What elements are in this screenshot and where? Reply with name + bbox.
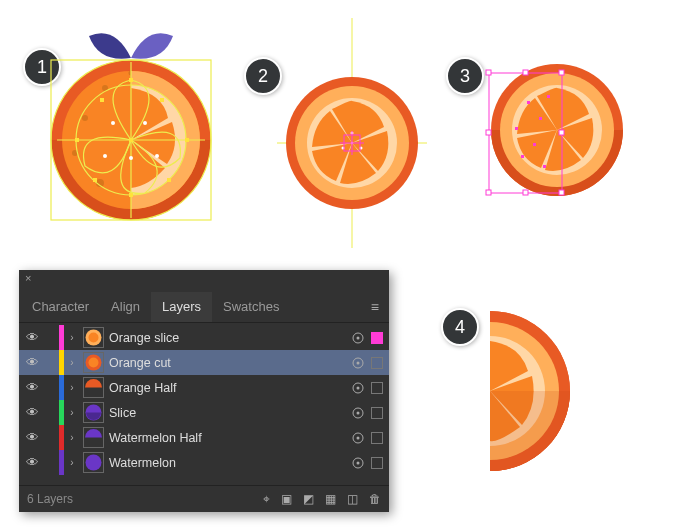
selection-indicator xyxy=(371,407,383,419)
layer-name[interactable]: Orange slice xyxy=(109,331,349,345)
svg-rect-48 xyxy=(515,127,518,130)
layer-row[interactable]: 👁›Watermelon Half xyxy=(19,425,389,450)
svg-point-78 xyxy=(86,455,102,471)
svg-rect-57 xyxy=(559,70,564,75)
expand-icon[interactable]: › xyxy=(66,457,78,468)
svg-rect-59 xyxy=(559,130,564,135)
svg-rect-26 xyxy=(129,193,133,197)
target-icon[interactable] xyxy=(351,431,365,445)
panel-menu-icon[interactable]: ≡ xyxy=(371,299,379,315)
expand-icon[interactable]: › xyxy=(66,332,78,343)
svg-point-80 xyxy=(357,461,360,464)
svg-rect-53 xyxy=(533,143,536,146)
layer-name[interactable]: Orange cut xyxy=(109,356,349,370)
new-layer-icon[interactable]: ◫ xyxy=(347,492,358,506)
sublayer-icon[interactable]: ▦ xyxy=(325,492,336,506)
target-icon[interactable] xyxy=(351,456,365,470)
target-icon[interactable] xyxy=(351,331,365,345)
visibility-icon[interactable]: 👁 xyxy=(23,455,41,470)
locate-icon[interactable]: ⌖ xyxy=(263,492,270,506)
layer-row[interactable]: 👁›Watermelon xyxy=(19,450,389,475)
svg-point-77 xyxy=(357,436,360,439)
target-icon[interactable] xyxy=(351,356,365,370)
layer-color-mark xyxy=(59,375,64,400)
layer-name[interactable]: Watermelon xyxy=(109,456,349,470)
svg-point-27 xyxy=(111,121,115,125)
layer-color-mark xyxy=(59,400,64,425)
target-icon[interactable] xyxy=(351,381,365,395)
layer-name[interactable]: Orange Half xyxy=(109,381,349,395)
layer-color-mark xyxy=(59,350,64,375)
layers-list: 👁›Orange slice👁›Orange cut👁›Orange Half👁… xyxy=(19,323,389,477)
visibility-icon[interactable]: 👁 xyxy=(23,430,41,445)
svg-rect-25 xyxy=(167,178,171,182)
svg-rect-62 xyxy=(559,190,564,195)
mask-icon[interactable]: ◩ xyxy=(303,492,314,506)
svg-point-28 xyxy=(143,121,147,125)
svg-rect-19 xyxy=(129,78,133,82)
layer-color-mark xyxy=(59,450,64,475)
layer-thumb xyxy=(83,452,104,473)
selection-indicator xyxy=(371,357,383,369)
svg-rect-21 xyxy=(185,138,189,142)
svg-rect-24 xyxy=(93,178,97,182)
half-slice-svg xyxy=(490,306,590,476)
layer-name[interactable]: Watermelon Half xyxy=(109,431,349,445)
layer-row[interactable]: 👁›Slice xyxy=(19,400,389,425)
figure-4-half-slice xyxy=(490,306,590,476)
visibility-icon[interactable]: 👁 xyxy=(23,380,41,395)
tab-swatches[interactable]: Swatches xyxy=(212,292,290,322)
collect-icon[interactable]: ▣ xyxy=(281,492,292,506)
svg-rect-60 xyxy=(486,190,491,195)
layer-name[interactable]: Slice xyxy=(109,406,349,420)
step-badge-4: 4 xyxy=(441,308,479,346)
svg-rect-49 xyxy=(521,155,524,158)
svg-point-72 xyxy=(357,386,360,389)
layer-row[interactable]: 👁›Orange Half xyxy=(19,375,389,400)
expand-icon[interactable]: › xyxy=(66,357,78,368)
orange-edit-svg xyxy=(45,28,218,223)
selection-indicator xyxy=(371,457,383,469)
svg-rect-18 xyxy=(129,138,133,142)
tab-align[interactable]: Align xyxy=(100,292,151,322)
layer-thumb xyxy=(83,377,104,398)
slice-guide-svg xyxy=(277,18,427,248)
svg-rect-55 xyxy=(486,70,491,75)
svg-point-29 xyxy=(129,156,133,160)
expand-icon[interactable]: › xyxy=(66,432,78,443)
svg-point-75 xyxy=(357,411,360,414)
slice-select-svg xyxy=(477,55,627,205)
svg-point-2 xyxy=(82,115,88,121)
visibility-icon[interactable]: 👁 xyxy=(23,355,41,370)
target-icon[interactable] xyxy=(351,406,365,420)
svg-point-64 xyxy=(89,333,99,343)
svg-point-68 xyxy=(89,358,99,368)
svg-rect-20 xyxy=(75,138,79,142)
svg-rect-58 xyxy=(486,130,491,135)
visibility-icon[interactable]: 👁 xyxy=(23,330,41,345)
layer-row[interactable]: 👁›Orange cut xyxy=(19,350,389,375)
visibility-icon[interactable]: 👁 xyxy=(23,405,41,420)
svg-rect-51 xyxy=(547,95,550,98)
close-icon[interactable]: × xyxy=(25,272,31,284)
tab-character[interactable]: Character xyxy=(21,292,100,322)
layers-panel: × Character Align Layers Swatches ≡ 👁›Or… xyxy=(19,270,389,512)
figure-2-slice-guide xyxy=(277,18,427,248)
svg-point-70 xyxy=(357,361,360,364)
layer-thumb xyxy=(83,352,104,373)
layers-count: 6 Layers xyxy=(27,492,73,506)
tab-layers[interactable]: Layers xyxy=(151,292,212,322)
figure-1-orange-edit xyxy=(45,28,218,223)
svg-point-31 xyxy=(155,154,159,158)
expand-icon[interactable]: › xyxy=(66,382,78,393)
trash-icon[interactable]: 🗑 xyxy=(369,492,381,506)
selection-indicator xyxy=(371,432,383,444)
layer-color-mark xyxy=(59,425,64,450)
svg-point-30 xyxy=(103,154,107,158)
layer-row[interactable]: 👁›Orange slice xyxy=(19,325,389,350)
expand-icon[interactable]: › xyxy=(66,407,78,418)
svg-rect-56 xyxy=(523,70,528,75)
panel-titlebar: × xyxy=(19,270,389,292)
svg-rect-47 xyxy=(527,101,530,104)
selection-indicator xyxy=(371,332,383,344)
